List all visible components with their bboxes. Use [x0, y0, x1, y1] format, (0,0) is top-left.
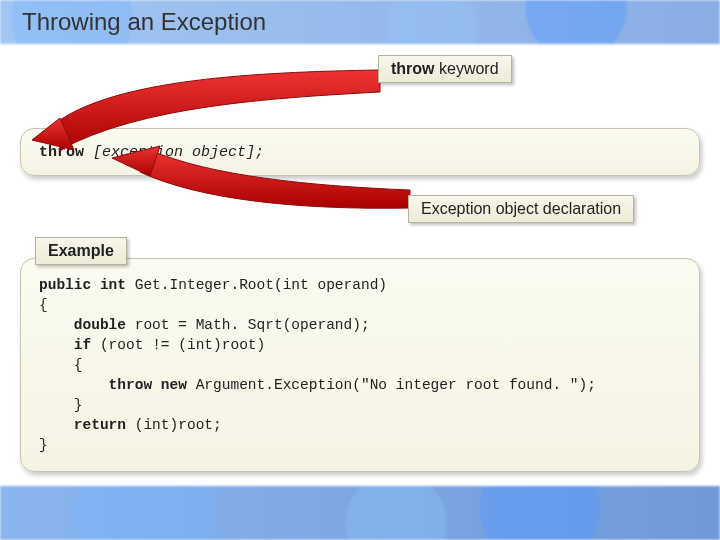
code-text: Get.Integer.Root(int operand) — [135, 277, 387, 293]
code-text: root = Math. Sqrt(operand); — [135, 317, 370, 333]
code-kw: return — [39, 417, 135, 433]
page-title: Throwing an Exception — [22, 8, 266, 36]
callout-throw-bold: throw — [391, 60, 435, 77]
code-text: (root != (int)root) — [100, 337, 265, 353]
callout-throw-keyword: throw keyword — [378, 55, 512, 83]
code-text: Argument.Exception("No integer root foun… — [196, 377, 596, 393]
code-text: } — [39, 437, 48, 453]
callout-throw-rest: keyword — [435, 60, 499, 77]
callout-exception-declaration: Exception object declaration — [408, 195, 634, 223]
syntax-rest: [exception object]; — [84, 144, 264, 161]
syntax-box: throw [exception object]; — [20, 128, 700, 176]
code-text: (int)root; — [135, 417, 222, 433]
code-text: } — [39, 397, 83, 413]
code-kw: double — [39, 317, 135, 333]
callout-example: Example — [35, 237, 127, 265]
code-text: { — [39, 357, 83, 373]
code-text: { — [39, 297, 48, 313]
syntax-kw: throw — [39, 144, 84, 161]
decorative-footer-bg — [0, 486, 720, 540]
code-kw: throw new — [39, 377, 196, 393]
code-kw: if — [39, 337, 100, 353]
code-kw: public int — [39, 277, 135, 293]
example-code-box: public int Get.Integer.Root(int operand)… — [20, 258, 700, 472]
